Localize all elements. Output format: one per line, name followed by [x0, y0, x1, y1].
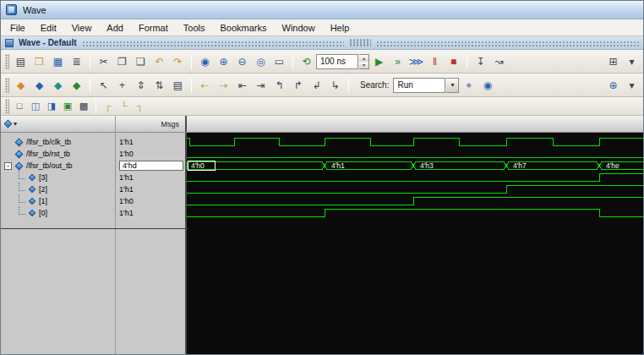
wave-canvas[interactable]: 4'h04'h14'h34'h74'he [187, 133, 643, 354]
zoom-full-button[interactable]: ◎ [252, 52, 270, 70]
signal-row-bit2[interactable]: [2] [1, 183, 115, 195]
paste-button[interactable]: ❏ [132, 52, 150, 70]
prev-transition-button[interactable]: ⇠ [196, 76, 214, 94]
pane-plain-button[interactable]: □ [12, 99, 27, 113]
spin-up-button[interactable]: ▴ [359, 55, 368, 62]
step-button[interactable]: ↧ [472, 52, 489, 70]
pane-header[interactable]: Wave - Default [1, 36, 643, 50]
wave-column-header: ▾ Msgs [1, 116, 643, 133]
value-text: 1'h1 [119, 185, 134, 194]
cube-green-button[interactable]: ◆ [68, 76, 85, 94]
cube-blue-button[interactable]: ◆ [30, 76, 48, 94]
run-all-button[interactable]: ⋙ [407, 52, 425, 70]
layout-button[interactable]: ⊞ [604, 52, 622, 70]
tree-connector [19, 206, 25, 215]
first-edge-button[interactable]: ⇤ [233, 76, 251, 94]
menu-bookmarks[interactable]: Bookmarks [212, 21, 274, 35]
toolbar-separator [191, 78, 192, 93]
toolbar-options-button[interactable]: ▾ [623, 52, 641, 70]
pane-hatched-button[interactable]: ▩ [76, 99, 91, 113]
group-remove-button[interactable]: ┐ [133, 99, 148, 113]
menu-help[interactable]: Help [323, 21, 357, 35]
undo-button[interactable]: ↶ [150, 52, 168, 70]
last-edge-button[interactable]: ⇥ [252, 76, 270, 94]
titlebar[interactable]: Wave [1, 1, 643, 19]
cube-teal-button[interactable]: ◆ [49, 76, 67, 94]
pane-right-button[interactable]: ◨ [44, 99, 59, 113]
crosshair-mode-button[interactable]: + [113, 76, 131, 94]
signal-value-bit3[interactable]: 1'h1 [116, 172, 185, 183]
signal-row-bit3[interactable]: [3] [1, 172, 115, 183]
signal-row-bit0[interactable]: [0] [1, 207, 115, 219]
menu-tools[interactable]: Tools [176, 21, 213, 35]
menu-format[interactable]: Format [131, 21, 176, 35]
search-input[interactable]: Run [393, 78, 445, 93]
continue-run-button[interactable]: » [389, 52, 407, 70]
search-next-button[interactable]: ◉ [478, 76, 496, 94]
signal-row-clk[interactable]: /lfsr_tb/clk_tb [1, 136, 115, 148]
find-button[interactable]: ◉ [196, 52, 214, 70]
save-button[interactable]: ▦ [49, 52, 67, 70]
signal-value-bit2[interactable]: 1'h1 [116, 183, 185, 195]
break-button[interactable]: ‖ [426, 52, 444, 70]
new-file-button[interactable]: ▤ [12, 52, 30, 70]
menu-edit[interactable]: Edit [33, 21, 64, 35]
signal-value-rst[interactable]: 1'h0 [116, 148, 185, 160]
zoom-range-button[interactable]: ▭ [270, 52, 288, 70]
names-column-header[interactable]: ▾ [1, 116, 116, 132]
next-rising-edge-button[interactable]: ↱ [289, 76, 307, 94]
restart-button[interactable]: ⟲ [297, 52, 315, 70]
search-dropdown-button[interactable]: ▾ [446, 78, 459, 93]
group-add-button[interactable]: └ [117, 99, 132, 113]
pane-grip-icon[interactable] [349, 39, 371, 46]
row-options-button[interactable]: ▤ [169, 76, 187, 94]
zoom-menu-button[interactable]: ▾ [623, 76, 641, 94]
search-prev-button[interactable]: ⌖ [460, 76, 478, 94]
copy-button[interactable]: ❐ [113, 52, 131, 70]
collapse-rows-button[interactable]: ⇅ [150, 76, 168, 94]
group-new-button[interactable]: ┌ [101, 99, 116, 113]
pane-divider-dots [376, 41, 639, 46]
pane-filled-button[interactable]: ▣ [60, 99, 75, 113]
step-over-button[interactable]: ↝ [490, 52, 508, 70]
next-falling-edge-button[interactable]: ↳ [326, 76, 344, 94]
spin-down-button[interactable]: ▾ [359, 62, 368, 68]
cube-orange-button[interactable]: ◆ [12, 76, 30, 94]
signal-value-bit0[interactable]: 1'h1 [116, 207, 185, 219]
menu-file[interactable]: File [3, 21, 33, 35]
menu-add[interactable]: Add [99, 21, 131, 35]
menu-view[interactable]: View [64, 21, 100, 35]
select-mode-button[interactable]: ↖ [95, 76, 112, 94]
chevron-down-icon[interactable]: ▾ [14, 120, 17, 128]
signal-name: /lfsr_tb/clk_tb [26, 138, 71, 146]
zoom-in-alt-button[interactable]: ⊕ [604, 76, 622, 94]
print-button[interactable]: ≣ [68, 52, 85, 70]
signal-row-out[interactable]: - /lfsr_tb/out_tb [1, 160, 115, 172]
pane-icon [5, 39, 14, 47]
prev-rising-edge-button[interactable]: ↰ [270, 76, 288, 94]
signal-row-bit1[interactable]: [1] [1, 195, 115, 207]
toolbar-grip-icon[interactable] [5, 99, 9, 114]
cut-button[interactable]: ✂ [95, 52, 112, 70]
toolbar-grip-icon[interactable] [5, 54, 9, 69]
open-button[interactable]: ❒ [30, 52, 48, 70]
signal-value-bit1[interactable]: 1'h0 [116, 195, 185, 207]
expand-rows-button[interactable]: ⇕ [132, 76, 150, 94]
zoom-in-button[interactable]: ⊕ [215, 52, 232, 70]
signal-value-out[interactable]: 4'hd [116, 160, 185, 172]
signal-value-clk[interactable]: 1'h1 [116, 136, 185, 148]
collapse-toggle-icon[interactable]: - [4, 162, 12, 170]
redo-button[interactable]: ↷ [169, 52, 187, 70]
value-text: 1'h0 [119, 150, 134, 158]
pane-split-button[interactable]: ◫ [28, 99, 43, 113]
zoom-out-button[interactable]: ⊖ [233, 52, 251, 70]
values-column-header[interactable]: Msgs [116, 116, 187, 132]
menu-window[interactable]: Window [275, 21, 323, 35]
stop-button[interactable]: ■ [445, 52, 462, 70]
next-transition-button[interactable]: ⇢ [215, 76, 232, 94]
prev-falling-edge-button[interactable]: ↲ [308, 76, 325, 94]
run-button[interactable]: ▶ [370, 52, 388, 70]
run-length-field[interactable]: 100 ns [316, 54, 358, 69]
toolbar-grip-icon[interactable] [5, 78, 9, 93]
signal-row-rst[interactable]: /lfsr_tb/rst_tb [1, 148, 115, 160]
